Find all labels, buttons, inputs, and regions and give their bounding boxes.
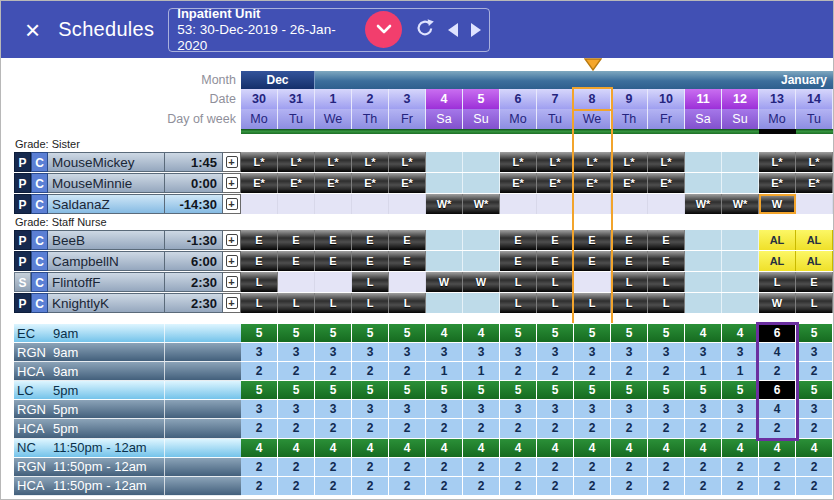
shift-cell[interactable] (426, 230, 463, 250)
shift-cell[interactable]: E* (352, 173, 389, 193)
shift-cell[interactable] (426, 293, 463, 313)
shift-cell[interactable]: E* (315, 173, 352, 193)
shift-cell[interactable] (426, 251, 463, 271)
shift-cell[interactable]: L* (611, 152, 648, 172)
shift-cell[interactable]: L* (648, 152, 685, 172)
c-button[interactable]: C (31, 293, 48, 313)
shift-cell[interactable]: L (352, 272, 389, 292)
unit-selector[interactable]: Inpatient Unit 53: 30-Dec-2019 - 26-Jan-… (168, 8, 490, 52)
shift-cell[interactable]: E* (574, 173, 611, 193)
close-icon[interactable]: × (25, 17, 40, 43)
shift-cell[interactable] (722, 230, 759, 250)
shift-cell[interactable]: W* (426, 194, 463, 214)
date-cell[interactable]: 31 (278, 89, 315, 109)
next-period-button[interactable] (471, 23, 481, 37)
shift-cell[interactable]: L (500, 272, 537, 292)
shift-cell[interactable]: L* (796, 152, 833, 172)
shift-cell[interactable] (389, 272, 426, 292)
shift-cell[interactable] (685, 251, 722, 271)
shift-cell[interactable] (315, 272, 352, 292)
p-button[interactable]: P (14, 230, 31, 250)
shift-cell[interactable]: E (241, 230, 278, 250)
shift-cell[interactable]: AL (796, 251, 833, 271)
shift-cell[interactable]: E* (537, 173, 574, 193)
date-cell[interactable]: 7 (537, 89, 574, 109)
shift-cell[interactable] (648, 194, 685, 214)
date-cell[interactable]: 13 (759, 89, 796, 109)
shift-cell[interactable] (722, 173, 759, 193)
c-button[interactable]: C (31, 251, 48, 271)
date-cell[interactable]: 9 (611, 89, 648, 109)
shift-cell[interactable]: AL (796, 230, 833, 250)
shift-cell[interactable]: W (759, 194, 796, 214)
shift-cell[interactable] (463, 251, 500, 271)
shift-cell[interactable]: E (389, 251, 426, 271)
date-cell[interactable]: 3 (389, 89, 426, 109)
shift-cell[interactable]: E* (796, 173, 833, 193)
add-shift-button[interactable]: + (223, 173, 241, 193)
shift-cell[interactable] (685, 173, 722, 193)
shift-cell[interactable] (426, 173, 463, 193)
shift-cell[interactable] (426, 152, 463, 172)
shift-cell[interactable] (685, 230, 722, 250)
shift-cell[interactable] (278, 272, 315, 292)
shift-cell[interactable] (574, 272, 611, 292)
previous-period-button[interactable] (448, 23, 458, 37)
c-button[interactable]: C (31, 194, 48, 214)
shift-cell[interactable]: W (463, 272, 500, 292)
employee-name[interactable]: BeeB (48, 230, 165, 250)
shift-cell[interactable]: L (648, 272, 685, 292)
shift-cell[interactable]: E (574, 251, 611, 271)
shift-cell[interactable]: L (611, 293, 648, 313)
shift-cell[interactable]: W* (463, 194, 500, 214)
c-button[interactable]: C (31, 230, 48, 250)
shift-cell[interactable]: E (352, 230, 389, 250)
shift-cell[interactable]: W* (722, 194, 759, 214)
shift-cell[interactable]: L (611, 272, 648, 292)
shift-cell[interactable]: E (537, 251, 574, 271)
shift-cell[interactable]: E* (500, 173, 537, 193)
shift-cell[interactable]: L (648, 293, 685, 313)
shift-cell[interactable] (611, 194, 648, 214)
employee-name[interactable]: FlintoffF (48, 272, 165, 292)
shift-cell[interactable]: E (500, 251, 537, 271)
date-cell[interactable]: 11 (685, 89, 722, 109)
shift-cell[interactable]: L (500, 293, 537, 313)
shift-cell[interactable]: L* (278, 152, 315, 172)
shift-cell[interactable]: W* (685, 194, 722, 214)
shift-cell[interactable]: E (389, 230, 426, 250)
shift-cell[interactable]: E* (759, 173, 796, 193)
employee-name[interactable]: KnightlyK (48, 293, 165, 313)
shift-cell[interactable]: E (500, 230, 537, 250)
shift-cell[interactable]: E (352, 251, 389, 271)
shift-cell[interactable]: E (611, 251, 648, 271)
shift-cell[interactable] (463, 173, 500, 193)
date-cell[interactable]: 12 (722, 89, 759, 109)
shift-cell[interactable]: L (241, 293, 278, 313)
shift-cell[interactable]: W (759, 293, 796, 313)
add-shift-button[interactable]: + (223, 194, 241, 214)
shift-cell[interactable]: L (537, 293, 574, 313)
shift-cell[interactable] (463, 230, 500, 250)
s-button[interactable]: S (14, 272, 31, 292)
shift-cell[interactable]: L (315, 293, 352, 313)
expand-schedule-button[interactable] (365, 11, 402, 48)
shift-cell[interactable] (685, 293, 722, 313)
c-button[interactable]: C (31, 173, 48, 193)
shift-cell[interactable]: AL (759, 251, 796, 271)
shift-cell[interactable]: E (241, 251, 278, 271)
shift-cell[interactable] (241, 194, 278, 214)
shift-cell[interactable] (389, 194, 426, 214)
add-shift-button[interactable]: + (223, 230, 241, 250)
date-cell[interactable]: 6 (500, 89, 537, 109)
shift-cell[interactable] (537, 194, 574, 214)
shift-cell[interactable]: W (426, 272, 463, 292)
shift-cell[interactable]: E (278, 230, 315, 250)
shift-cell[interactable]: L* (574, 152, 611, 172)
shift-cell[interactable] (796, 194, 833, 214)
c-button[interactable]: C (31, 272, 48, 292)
shift-cell[interactable] (278, 194, 315, 214)
date-cell[interactable]: 14 (796, 89, 833, 109)
p-button[interactable]: P (14, 194, 31, 214)
shift-cell[interactable]: L (537, 272, 574, 292)
